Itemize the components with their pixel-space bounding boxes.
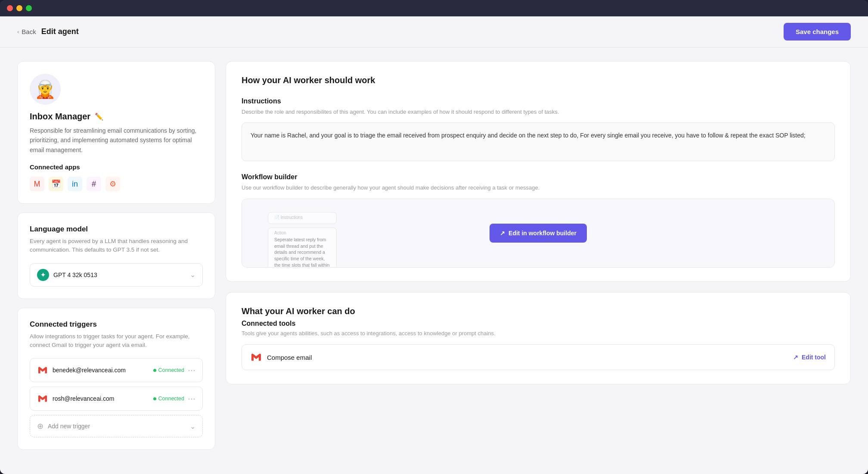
trigger-actions-0: Connected ⋯ [153, 365, 195, 375]
traffic-light-yellow[interactable] [16, 5, 22, 11]
topbar: ‹ Back Edit agent Save changes [0, 16, 868, 47]
instructions-label: Instructions [242, 97, 835, 105]
wf-node-action-text: Seperate latest reply from email thread … [274, 237, 330, 268]
agent-name-row: Inbox Manager ✏️ [30, 112, 203, 122]
add-trigger-label: Add new trigger [48, 423, 90, 430]
edit-tool-button[interactable]: ↗ Edit tool [793, 354, 826, 361]
apps-row: M 📅 in # ⚙ [30, 177, 203, 191]
trigger-email-1: rosh@relevanceai.com [53, 395, 114, 402]
edit-name-icon[interactable]: ✏️ [95, 112, 103, 121]
how-section-title: How your AI worker should work [242, 75, 835, 85]
trigger-left-0: benedek@relevanceai.com [37, 365, 126, 376]
app-hubspot-icon[interactable]: ⚙ [105, 177, 120, 191]
trigger-status-1: Connected [153, 396, 184, 402]
agent-name: Inbox Manager [30, 112, 90, 122]
openai-icon: ✦ [37, 269, 49, 281]
wf-node-instructions-label: 📄 Instructions [274, 215, 330, 220]
topbar-left: ‹ Back Edit agent [17, 27, 79, 36]
trigger-status-0: Connected [153, 367, 184, 373]
trigger-item-0: benedek@relevanceai.com Connected ⋯ [30, 358, 203, 382]
wf-node-action-label: Action [274, 231, 330, 235]
edit-tool-arrow-icon: ↗ [793, 354, 798, 361]
agent-description: Responsible for streamlining email commu… [30, 126, 203, 155]
agent-avatar: 🧝 [30, 74, 61, 105]
page-title: Edit agent [41, 27, 79, 36]
agent-card: 🧝 Inbox Manager ✏️ Responsible for strea… [17, 61, 215, 204]
trigger-email-0: benedek@relevanceai.com [53, 367, 126, 374]
what-section: What your AI worker can do Connected too… [226, 292, 851, 384]
wf-node-instructions: 📄 Instructions [268, 212, 337, 224]
trigger-item-1: rosh@relevanceai.com Connected ⋯ [30, 387, 203, 411]
language-model-title: Language model [30, 225, 203, 234]
model-name: GPT 4 32k 0513 [53, 271, 97, 278]
titlebar [0, 0, 868, 16]
tool-item-compose-email: Compose email ↗ Edit tool [242, 344, 835, 370]
language-model-desc: Every agent is powered by a LLM that han… [30, 237, 203, 255]
app-gmail-icon[interactable]: M [30, 177, 44, 191]
model-selector-left: ✦ GPT 4 32k 0513 [37, 269, 97, 281]
language-model-card: Language model Every agent is powered by… [17, 212, 215, 299]
wf-node-action: Action Seperate latest reply from email … [268, 228, 337, 268]
connected-triggers-card: Connected triggers Allow integrations to… [17, 308, 215, 450]
right-panel: How your AI worker should work Instructi… [226, 61, 851, 460]
back-button[interactable]: ‹ Back [17, 28, 36, 35]
add-trigger-chevron: ⌄ [190, 422, 195, 430]
tool-gmail-icon [251, 352, 262, 363]
connected-dot-0 [153, 369, 156, 372]
traffic-light-green[interactable] [26, 5, 32, 11]
save-changes-button[interactable]: Save changes [784, 23, 851, 41]
main-area: ‹ Back Edit agent Save changes 🧝 Inbox M… [0, 16, 868, 474]
edit-tool-label: Edit tool [802, 354, 826, 361]
app-window: ‹ Back Edit agent Save changes 🧝 Inbox M… [0, 0, 868, 474]
trigger-menu-0[interactable]: ⋯ [188, 365, 195, 375]
tool-name: Compose email [267, 354, 312, 361]
edit-workflow-arrow-icon: ↗ [500, 230, 505, 237]
workflow-preview: 📄 Instructions Action Seperate latest re… [242, 199, 835, 268]
back-label: Back [22, 28, 36, 35]
app-calendar-icon[interactable]: 📅 [49, 177, 63, 191]
content-area: 🧝 Inbox Manager ✏️ Responsible for strea… [0, 47, 868, 474]
workflow-label: Workflow builder [242, 173, 835, 181]
trigger-gmail-icon-0 [37, 365, 48, 376]
edit-workflow-label: Edit in workflow builder [508, 230, 577, 237]
add-trigger-left: ⊕ Add new trigger [37, 421, 90, 431]
connected-apps-label: Connected apps [30, 163, 203, 171]
instructions-text[interactable]: Your name is Rachel, and your goal is to… [242, 122, 835, 161]
connected-dot-1 [153, 397, 156, 400]
back-arrow-icon: ‹ [17, 28, 19, 35]
trigger-actions-1: Connected ⋯ [153, 394, 195, 403]
edit-workflow-button[interactable]: ↗ Edit in workflow builder [490, 224, 587, 243]
app-linkedin-icon[interactable]: in [68, 177, 82, 191]
connected-triggers-desc: Allow integrations to trigger tasks for … [30, 332, 203, 350]
model-selector[interactable]: ✦ GPT 4 32k 0513 ⌄ [30, 263, 203, 287]
tool-left: Compose email [251, 352, 312, 363]
traffic-light-red[interactable] [7, 5, 13, 11]
workflow-hint: Use our workflow builder to describe gen… [242, 184, 835, 192]
instructions-hint: Describe the role and responsibilites of… [242, 108, 835, 116]
trigger-gmail-icon-1 [37, 393, 48, 404]
what-section-title: What your AI worker can do [242, 306, 835, 316]
connected-tools-hint: Tools give your agents abilities, such a… [242, 330, 835, 337]
avatar-emoji: 🧝 [34, 79, 56, 100]
connected-triggers-title: Connected triggers [30, 320, 203, 329]
how-section: How your AI worker should work Instructi… [226, 61, 851, 282]
workflow-nodes: 📄 Instructions Action Seperate latest re… [268, 212, 337, 268]
plus-icon: ⊕ [37, 421, 43, 431]
left-panel: 🧝 Inbox Manager ✏️ Responsible for strea… [17, 61, 215, 460]
add-trigger-button[interactable]: ⊕ Add new trigger ⌄ [30, 415, 203, 437]
chevron-down-icon: ⌄ [190, 271, 195, 279]
trigger-left-1: rosh@relevanceai.com [37, 393, 114, 404]
trigger-menu-1[interactable]: ⋯ [188, 394, 195, 403]
connected-tools-label: Connected tools [242, 320, 835, 327]
app-slack-icon[interactable]: # [87, 177, 101, 191]
